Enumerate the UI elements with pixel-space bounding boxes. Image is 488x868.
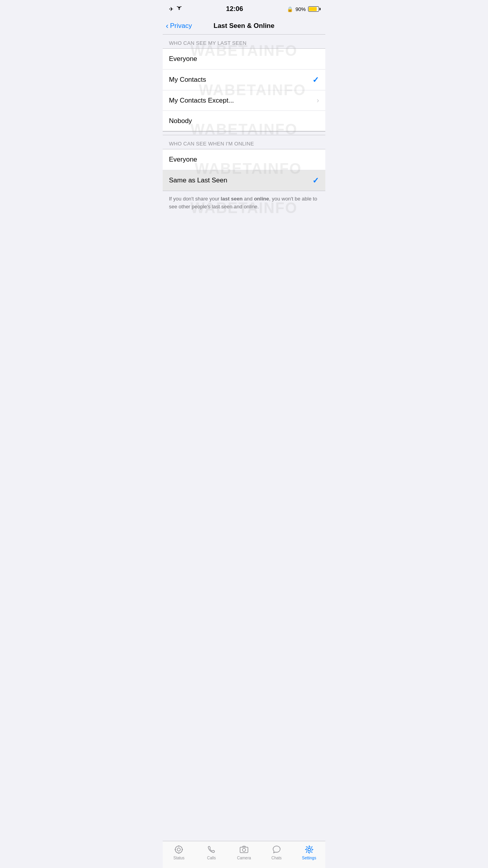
option-label-everyone: Everyone <box>169 55 197 63</box>
back-button[interactable]: ‹ Privacy <box>166 22 192 30</box>
page-title: Last Seen & Online <box>214 22 275 30</box>
last-seen-option-everyone[interactable]: Everyone <box>163 49 325 69</box>
online-option-everyone[interactable]: Everyone <box>163 149 325 170</box>
info-text: If you don't share your last seen and on… <box>163 191 325 217</box>
option-label-online-everyone: Everyone <box>169 156 197 164</box>
last-seen-options-group: Everyone My Contacts ✓ My Contacts Excep… <box>163 48 325 131</box>
last-seen-section-header: WHO CAN SEE MY LAST SEEN <box>163 35 325 48</box>
main-content: WHO CAN SEE MY LAST SEEN Everyone My Con… <box>163 35 325 250</box>
lock-icon: 🔒 <box>287 6 293 12</box>
checkmark-online-icon: ✓ <box>312 176 319 185</box>
status-bar: ✈ 12:06 🔒 90% <box>163 0 325 17</box>
status-left: ✈ <box>169 6 182 12</box>
nav-bar: ‹ Privacy Last Seen & Online <box>163 17 325 35</box>
info-bold-online: online <box>254 196 269 202</box>
option-label-same-as-last-seen: Same as Last Seen <box>169 177 227 184</box>
row-right-my-contacts: ✓ <box>312 75 319 85</box>
wifi-icon <box>176 6 182 12</box>
online-option-same-as-last-seen[interactable]: Same as Last Seen ✓ <box>163 170 325 191</box>
battery-icon <box>308 6 319 12</box>
option-label-nobody: Nobody <box>169 117 192 125</box>
last-seen-option-my-contacts[interactable]: My Contacts ✓ <box>163 69 325 90</box>
last-seen-option-my-contacts-except[interactable]: My Contacts Except... › <box>163 90 325 110</box>
airplane-icon: ✈ <box>169 6 174 12</box>
section-spacer <box>163 131 325 135</box>
option-label-my-contacts: My Contacts <box>169 76 206 84</box>
chevron-right-icon: › <box>317 96 319 105</box>
battery-percent: 90% <box>295 6 306 12</box>
row-right-my-contacts-except: › <box>317 96 319 105</box>
back-label: Privacy <box>170 22 192 30</box>
online-options-group: Everyone Same as Last Seen ✓ <box>163 149 325 191</box>
status-time: 12:06 <box>226 5 243 13</box>
row-right-same-as-last-seen: ✓ <box>312 176 319 185</box>
checkmark-icon: ✓ <box>312 75 319 85</box>
status-right: 🔒 90% <box>287 6 319 12</box>
last-seen-option-nobody[interactable]: Nobody <box>163 110 325 131</box>
info-bold-last-seen: last seen <box>221 196 243 202</box>
info-text-part2: and <box>243 196 254 202</box>
option-label-my-contacts-except: My Contacts Except... <box>169 97 234 105</box>
online-section-header: WHO CAN SEE WHEN I'M ONLINE <box>163 135 325 149</box>
back-chevron-icon: ‹ <box>166 22 169 29</box>
info-text-part1: If you don't share your <box>169 196 221 202</box>
